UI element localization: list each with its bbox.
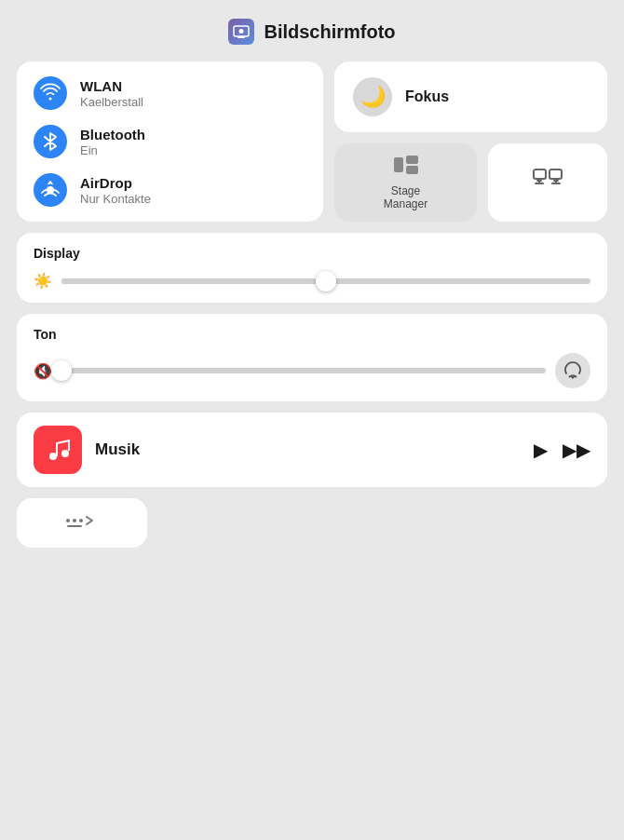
svg-point-2 [239,29,244,34]
right-cards: 🌙 Fokus StageManager [334,61,607,222]
app-icon [228,19,254,45]
music-card: Musik ▶ ▶▶ [17,413,607,487]
airdrop-text: AirDrop Nur Kontakte [80,175,151,206]
bluetooth-icon [34,125,67,158]
wlan-item[interactable]: WLAN Kaelberstall [34,76,306,110]
svg-marker-15 [570,376,576,379]
svg-point-17 [61,450,69,457]
airdrop-icon [34,173,67,207]
svg-rect-1 [237,36,245,38]
svg-point-19 [73,519,76,522]
stage-row: StageManager [334,143,607,222]
forward-button[interactable]: ▶▶ [563,439,590,461]
svg-point-18 [66,519,70,522]
display-section: Display ☀️ [17,233,607,303]
mirror-card[interactable] [488,143,607,222]
wlan-icon [34,76,67,110]
bluetooth-text: Bluetooth Ein [80,127,145,157]
fokus-label: Fokus [405,88,449,105]
mute-icon: 🔇 [34,362,52,380]
fokus-card[interactable]: 🌙 Fokus [334,61,607,132]
mirror-icon [533,168,563,197]
moon-icon: 🌙 [353,77,392,116]
wlan-text: WLAN Kaelberstall [80,78,143,109]
airdrop-item[interactable]: AirDrop Nur Kontakte [34,173,306,207]
bluetooth-item[interactable]: Bluetooth Ein [34,125,306,158]
music-app-name: Musik [95,440,521,459]
app-header: Bildschirmfoto [17,19,607,45]
stage-manager-label: StageManager [384,184,427,210]
music-app-icon [34,426,82,474]
top-cards-row: WLAN Kaelberstall Bluetooth Ein [17,61,607,222]
airplay-button[interactable] [555,353,590,388]
display-label: Display [34,246,590,261]
play-button[interactable]: ▶ [534,439,548,461]
keyboard-card[interactable] [17,498,147,548]
svg-rect-7 [534,169,546,179]
stage-manager-icon [393,155,419,179]
stage-manager-card[interactable]: StageManager [334,143,477,222]
display-slider-row: ☀️ [34,272,590,290]
ton-slider-row: 🔇 [34,353,590,388]
ton-slider[interactable] [61,368,546,373]
svg-rect-4 [394,157,403,172]
display-slider[interactable] [61,278,590,284]
app-title: Bildschirmfoto [264,21,395,43]
keyboard-icon [63,509,101,536]
music-controls: ▶ ▶▶ [534,439,590,461]
svg-rect-8 [549,169,562,179]
ton-label: Ton [34,327,590,342]
svg-rect-6 [406,166,418,174]
svg-point-16 [49,453,57,460]
network-card: WLAN Kaelberstall Bluetooth Ein [17,61,323,222]
svg-point-20 [79,519,83,522]
svg-rect-5 [406,156,418,164]
brightness-icon: ☀️ [34,272,52,290]
ton-section: Ton 🔇 [17,314,607,401]
